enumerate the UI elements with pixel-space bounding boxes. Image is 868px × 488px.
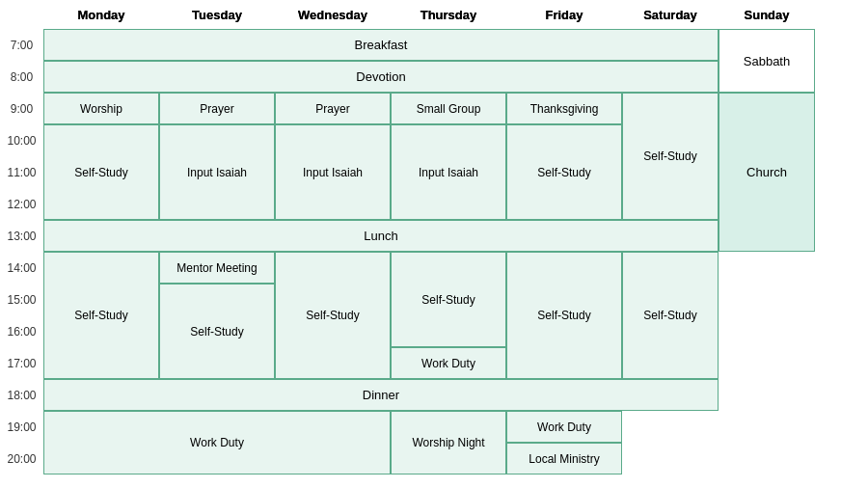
time-800: 8:00 <box>0 61 43 93</box>
thanksgiving-event: Thanksgiving <box>506 93 622 124</box>
self-study-mon-upper: Self-Study <box>43 124 159 220</box>
time-1900: 19:00 <box>0 411 43 443</box>
local-ministry-event: Local Ministry <box>506 443 622 474</box>
time-1200: 12:00 <box>0 188 43 220</box>
work-duty-mon-wed: Work Duty <box>43 411 391 474</box>
sabbath-event: Sabbath <box>719 29 815 93</box>
self-study-sat-lower: Self-Study <box>622 252 719 379</box>
time-1800: 18:00 <box>0 379 43 411</box>
work-duty-thu: Work Duty <box>391 347 506 379</box>
self-study-wed-lower: Self-Study <box>275 252 391 379</box>
input-isaiah-thu: Input Isaiah <box>391 124 506 220</box>
self-study-thu-upper: Self-Study <box>391 252 506 347</box>
prayer-wed-event: Prayer <box>275 93 391 124</box>
lunch-event: Lunch <box>43 220 719 252</box>
church-event: Church <box>719 93 815 252</box>
small-group-event: Small Group <box>391 93 506 124</box>
self-study-fri-upper: Self-Study <box>506 124 622 220</box>
monday-header: Monday <box>43 0 159 29</box>
time-1400: 14:00 <box>0 252 43 284</box>
dinner-event: Dinner <box>43 379 719 411</box>
time-1500: 15:00 <box>0 284 43 315</box>
input-isaiah-wed: Input Isaiah <box>275 124 391 220</box>
work-duty-fri: Work Duty <box>506 411 622 443</box>
time-1300: 13:00 <box>0 220 43 252</box>
sunday-empty <box>719 252 815 474</box>
sat-empty-2000 <box>622 443 719 474</box>
friday-header: Friday <box>506 0 622 29</box>
time-700: 7:00 <box>0 29 43 61</box>
time-900: 9:00 <box>0 93 43 124</box>
worship-night-event: Worship Night <box>391 411 506 474</box>
time-header <box>0 0 43 29</box>
sunday-header: Sunday <box>719 0 815 29</box>
breakfast-event: Breakfast <box>43 29 719 61</box>
time-2000: 20:00 <box>0 443 43 474</box>
mentor-meeting-event: Mentor Meeting <box>159 252 275 284</box>
time-1100: 11:00 <box>0 156 43 188</box>
worship-event: Worship <box>43 93 159 124</box>
devotion-event: Devotion <box>43 61 719 93</box>
tuesday-header: Tuesday <box>159 0 275 29</box>
wednesday-header: Wednesday <box>275 0 391 29</box>
thursday-header: Thursday <box>391 0 506 29</box>
self-study-sat-upper: Self-Study <box>622 93 719 220</box>
time-1700: 17:00 <box>0 347 43 379</box>
time-1600: 16:00 <box>0 315 43 347</box>
prayer-tue-event: Prayer <box>159 93 275 124</box>
input-isaiah-tue: Input Isaiah <box>159 124 275 220</box>
sat-empty-1900 <box>622 411 719 443</box>
self-study-fri-lower: Self-Study <box>506 252 622 379</box>
main-schedule: Monday Tuesday Wednesday Thursday Friday… <box>0 0 868 488</box>
time-1000: 10:00 <box>0 124 43 156</box>
saturday-header: Saturday <box>622 0 719 29</box>
self-study-tue-lower: Self-Study <box>159 284 275 379</box>
self-study-mon-lower: Self-Study <box>43 252 159 379</box>
